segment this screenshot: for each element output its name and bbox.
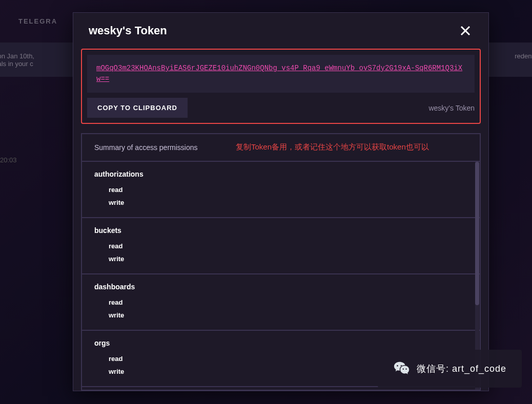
token-name-label: wesky's Token — [428, 104, 475, 112]
wechat-overlay: 微信号: art_of_code — [378, 350, 522, 388]
annotation-text: 复制Token备用，或者记住这个地方可以获取token也可以 — [236, 141, 461, 153]
scrollbar-thumb[interactable] — [475, 162, 479, 305]
modal-title: wesky's Token — [89, 24, 167, 37]
close-icon — [460, 26, 470, 36]
close-button[interactable] — [458, 23, 473, 38]
token-section-highlighted: mOGqO3m23KHOAnsByiEAS6rJGEZE10iuhZNGn0QN… — [81, 49, 481, 124]
permission-group-title: dashboards — [94, 283, 467, 291]
wechat-label: 微信号: art_of_code — [417, 363, 506, 375]
permission-item: write — [94, 252, 467, 265]
permission-group: dashboardsreadwrite — [82, 274, 480, 331]
permission-item: read — [94, 183, 467, 196]
permission-group-title: authorizations — [94, 170, 467, 178]
permission-group-title: orgs — [94, 339, 467, 347]
permission-group: authorizationsreadwrite — [82, 162, 480, 218]
token-footer: COPY TO CLIPBOARD wesky's Token — [87, 93, 475, 118]
permission-item: read — [94, 240, 467, 252]
token-modal: wesky's Token mOGqO3m23KHOAnsByiEAS6rJGE… — [73, 12, 489, 391]
permission-group-title: buckets — [94, 226, 467, 235]
permission-group: bucketsreadwrite — [82, 218, 480, 274]
permission-item: write — [94, 309, 467, 322]
token-value-box[interactable]: mOGqO3m23KHOAnsByiEAS6rJGEZE10iuhZNGn0QN… — [87, 55, 475, 93]
permission-item: read — [94, 296, 467, 309]
wechat-icon — [393, 360, 411, 377]
copy-to-clipboard-button[interactable]: COPY TO CLIPBOARD — [87, 98, 188, 118]
permission-item: write — [94, 196, 467, 209]
modal-header: wesky's Token — [73, 13, 488, 49]
